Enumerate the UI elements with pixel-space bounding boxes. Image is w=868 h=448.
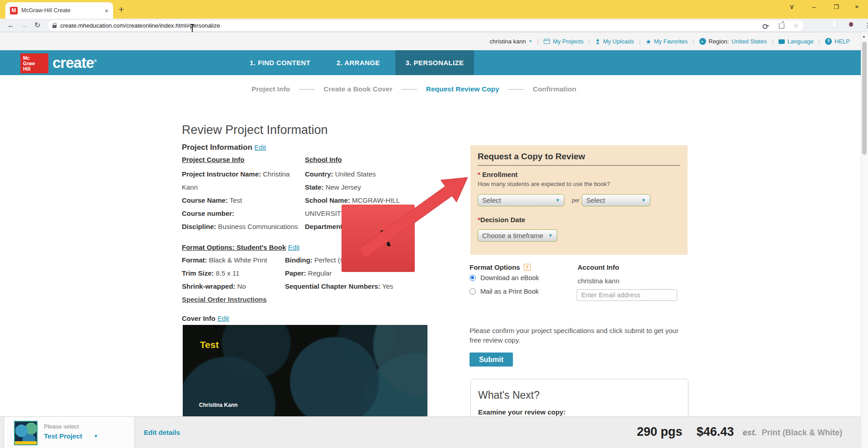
info-row: Country: United States <box>305 167 413 181</box>
info-value: New Jersey <box>326 183 361 191</box>
chevron-down-icon: ▼ <box>548 233 553 238</box>
per-label: per <box>572 197 579 204</box>
window-restore-button[interactable]: ❐ <box>834 4 839 10</box>
favicon-icon: M <box>10 7 18 14</box>
nav-tab-arrange[interactable]: 2. ARRANGE <box>327 50 390 75</box>
step-connector <box>402 89 417 90</box>
help-tooltip-icon[interactable]: ? <box>524 264 531 271</box>
user-menu[interactable]: christina kann ▼ <box>490 38 532 45</box>
info-label: Country: <box>305 170 333 178</box>
step-connector <box>299 89 314 90</box>
nav-tab-personalize[interactable]: 3. PERSONALIZE <box>395 50 474 75</box>
new-tab-button[interactable]: + <box>119 4 124 15</box>
scrollbar-thumb[interactable] <box>862 42 867 155</box>
project-footer-bar: Please select Test Project ▼ Edit detail… <box>0 416 868 448</box>
confirm-instructions: Please confirm your project specificatio… <box>470 326 679 345</box>
reload-button[interactable]: ↻ <box>34 21 40 29</box>
radio-unselected-icon[interactable] <box>470 288 476 295</box>
price-estimate: $46.43 <box>697 425 734 439</box>
chevron-down-icon: ▼ <box>641 198 646 203</box>
bookmark-star-icon[interactable]: ☆ <box>793 22 799 29</box>
back-button[interactable]: ← <box>7 21 14 29</box>
region-value: United States <box>731 38 767 45</box>
radio-selected-icon[interactable] <box>470 275 476 281</box>
address-bar[interactable]: create.mheducation.com/createonline/inde… <box>48 20 803 31</box>
edit-format-options-link[interactable]: Edit <box>288 243 300 251</box>
info-value: Test <box>230 196 242 204</box>
radio-mail-print-book[interactable]: Mail as a Print Book <box>470 288 539 295</box>
select-value: Choose a timeframe <box>482 232 543 239</box>
mcgraw-hill-logo[interactable]: Mc Graw Hill <box>20 53 48 73</box>
edit-details-link[interactable]: Edit details <box>144 429 180 436</box>
help-link[interactable]: ? HELP <box>825 38 850 45</box>
info-label: Project Instructor Name: <box>182 170 261 178</box>
estimate-label: est. <box>743 428 757 438</box>
browser-menu-icon[interactable]: ⋮ <box>864 22 868 29</box>
info-label: Department: <box>305 223 345 230</box>
edit-project-info-link[interactable]: Edit <box>254 143 266 151</box>
enrollment-period-select[interactable]: Select ▼ <box>582 194 650 206</box>
email-field[interactable] <box>577 289 677 301</box>
create-wordmark[interactable]: create® <box>52 54 96 71</box>
language-selector[interactable]: Language <box>778 38 814 45</box>
share-icon[interactable] <box>779 23 784 29</box>
my-favorites-link[interactable]: ★ My Favorites <box>645 38 688 45</box>
window-chevron-icon[interactable]: ∨ <box>789 3 794 11</box>
annotation-letter: A <box>375 225 391 252</box>
account-name: christina kann <box>578 277 620 285</box>
info-row: Project Instructor Name: Christina Kann <box>182 167 296 194</box>
region-label: Region: <box>709 38 729 45</box>
my-uploads-link[interactable]: ↥ My Uploads <box>595 38 634 45</box>
separator: | <box>772 38 773 45</box>
step-project-info[interactable]: Project Info <box>251 85 290 93</box>
info-row: Shrink-wrapped: No <box>182 280 299 293</box>
step-create-book-cover[interactable]: Create a Book Cover <box>323 85 392 93</box>
project-name-dropdown[interactable]: Test Project <box>44 432 82 440</box>
radio-download-ebook[interactable]: Download an eBook <box>470 274 539 281</box>
decision-timeframe-select[interactable]: Choose a timeframe ▼ <box>478 229 557 242</box>
step-confirmation[interactable]: Confirmation <box>533 85 576 93</box>
chevron-down-icon: ▼ <box>529 39 532 43</box>
language-label: Language <box>787 38 814 45</box>
window-minimize-button[interactable]: – <box>812 3 816 10</box>
info-label: Trim Size: <box>182 269 214 277</box>
enrollment-count-select[interactable]: Select ▼ <box>478 194 564 206</box>
submit-button[interactable]: Submit <box>470 353 513 367</box>
favorites-star-icon: ★ <box>645 38 651 45</box>
region-selector[interactable]: ▸ Region: United States <box>699 38 767 45</box>
tab-close-icon[interactable]: × <box>104 7 109 14</box>
enrollment-label: * Enrollment <box>478 171 517 178</box>
chevron-down-icon[interactable]: ▼ <box>94 434 98 438</box>
print-format-label: Print (Black & White) <box>762 428 842 438</box>
info-value: United States <box>335 170 376 178</box>
profile-avatar[interactable] <box>841 20 847 28</box>
forward-button[interactable]: → <box>21 21 28 29</box>
project-selector-card[interactable]: Please select Test Project ▼ <box>4 417 135 448</box>
info-label: Binding: <box>285 256 313 264</box>
side-panel-icon[interactable] <box>830 21 836 29</box>
my-projects-link[interactable]: My Projects <box>544 38 583 45</box>
url-text[interactable]: create.mheducation.com/createonline/inde… <box>60 22 759 29</box>
extensions-puzzle-icon[interactable] <box>813 21 821 29</box>
logo-line: Hill <box>23 66 48 71</box>
delivery-format-heading: Format Options ? <box>470 263 531 271</box>
brand-text: create <box>52 54 94 71</box>
info-row: State: New Jersey <box>305 181 413 194</box>
nav-tab-find-content[interactable]: 1. FIND CONTENT <box>240 50 320 75</box>
step-connector <box>508 89 524 90</box>
info-value: 8.5 x 11 <box>216 269 239 277</box>
browser-tab[interactable]: M McGraw-Hill Create × <box>5 2 113 19</box>
account-info-heading: Account Info <box>578 263 619 271</box>
upload-icon: ↥ <box>595 38 600 45</box>
password-key-icon[interactable] <box>763 24 769 28</box>
step-request-review-copy[interactable]: Request Review Copy <box>426 85 499 93</box>
edit-cover-info-link[interactable]: Edit <box>218 315 229 322</box>
logo-line: Mc <box>23 55 48 61</box>
window-close-button[interactable]: × <box>855 3 859 10</box>
page-title: Review Project Information <box>182 123 328 137</box>
school-info-heading: School Info <box>305 156 413 163</box>
separator: | <box>588 38 590 45</box>
special-order-instructions-link[interactable]: Special Order Instructions <box>182 293 299 306</box>
decision-date-label: *Decision Date <box>478 216 525 224</box>
scrollbar-up-arrow[interactable]: ▲ <box>862 34 866 38</box>
